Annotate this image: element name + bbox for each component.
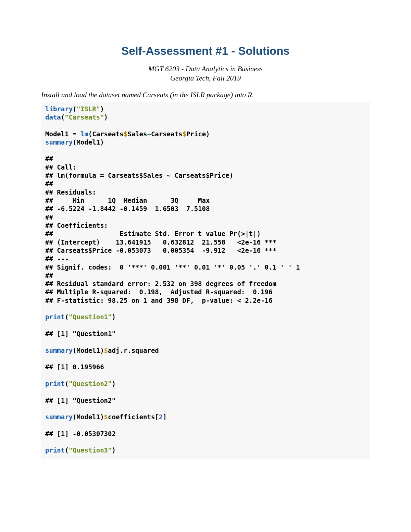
output-line: ## [1] 0.195966 xyxy=(45,363,104,371)
output-line: ## Coefficients: xyxy=(45,222,108,229)
paren: ( xyxy=(65,446,68,454)
output-line: ## xyxy=(45,213,53,221)
var-price: Price) xyxy=(186,130,210,138)
r-code-block: library("ISLR") data("Carseats") Model1 … xyxy=(41,102,370,459)
var-sales: Sales xyxy=(127,130,147,138)
r-fn-summary: summary xyxy=(45,138,73,146)
output-line: ## F-statistic: 98.25 on 1 and 398 DF, p… xyxy=(45,297,272,304)
output-line: ## xyxy=(45,155,53,162)
paren: ) xyxy=(100,105,104,113)
output-line: ## Carseats$Price -0.053073 0.005354 -9.… xyxy=(45,247,276,254)
r-fn-library: library xyxy=(45,105,73,113)
index-two: 2 xyxy=(159,413,163,421)
string-carseats: "Carseats" xyxy=(65,113,104,121)
paren: ) xyxy=(112,313,116,321)
string-islr: "ISLR" xyxy=(77,105,100,113)
output-line: ## Signif. codes: 0 '***' 0.001 '**' 0.0… xyxy=(45,263,300,271)
output-line: ## Residuals: xyxy=(45,188,96,196)
r-fn-print: print xyxy=(45,380,65,387)
summary-arg: (Model1) xyxy=(73,138,104,146)
r-fn-summary: summary xyxy=(45,413,73,421)
paren: ( xyxy=(65,313,68,321)
paren: ( xyxy=(73,105,76,113)
output-line: ## xyxy=(45,272,53,279)
string-q1: "Question1" xyxy=(69,313,112,321)
course-subtitle: MGT 6203 - Data Analytics in Business Ge… xyxy=(41,64,370,83)
r-fn-print: print xyxy=(45,313,65,321)
summary-arg: (Model1) xyxy=(73,413,104,421)
string-q2: "Question2" xyxy=(69,380,112,387)
output-line: ## xyxy=(45,180,53,187)
paren: ( xyxy=(65,380,68,387)
course-line: MGT 6203 - Data Analytics in Business xyxy=(148,65,263,73)
output-line: ## [1] "Question1" xyxy=(45,330,116,337)
instruction-text: Install and load the dataset named Carse… xyxy=(41,91,370,99)
output-line: ## (Intercept) 13.641915 0.632812 21.558… xyxy=(45,238,276,246)
r-fn-lm: lm xyxy=(80,130,88,138)
assign-model1: Model1 = xyxy=(45,130,80,138)
dollar-op: $ xyxy=(182,130,186,138)
adj-r-squared: adj.r.squared xyxy=(108,347,159,354)
output-line: ## Call: xyxy=(45,163,77,171)
output-line: ## -6.5224 -1.8442 -0.1459 1.6503 7.5108 xyxy=(45,205,214,212)
output-line: ## lm(formula = Carseats$Sales ~ Carseat… xyxy=(45,172,233,179)
output-line: ## --- xyxy=(45,255,69,262)
output-line: ## Min 1Q Median 3Q Max xyxy=(45,197,214,204)
page-title: Self-Assessment #1 - Solutions xyxy=(41,45,370,58)
dollar-op: $ xyxy=(104,413,108,421)
document-page: Self-Assessment #1 - Solutions MGT 6203 … xyxy=(0,0,411,487)
string-q3: "Question3" xyxy=(69,446,112,454)
r-fn-summary: summary xyxy=(45,347,73,354)
paren: ) xyxy=(112,380,116,387)
output-line: ## [1] "Question2" xyxy=(45,397,116,404)
output-line: ## Residual standard error: 2.532 on 398… xyxy=(45,280,276,287)
bracket-close: ] xyxy=(163,413,166,421)
paren: ) xyxy=(112,446,116,454)
tilde-op: ~ xyxy=(147,130,151,138)
r-fn-data: data xyxy=(45,113,61,121)
output-line: ## Multiple R-squared: 0.198, Adjusted R… xyxy=(45,288,276,296)
school-line: Georgia Tech, Fall 2019 xyxy=(170,74,241,82)
output-line: ## [1] -0.05307302 xyxy=(45,430,116,437)
dollar-op: $ xyxy=(104,347,108,354)
var-carseats: Carseats xyxy=(151,130,183,138)
paren: ) xyxy=(104,113,108,121)
coefficients: coefficients[ xyxy=(108,413,159,421)
summary-arg: (Model1) xyxy=(73,347,104,354)
paren: ( xyxy=(61,113,65,121)
output-line: ## Estimate Std. Error t value Pr(>|t|) xyxy=(45,230,276,237)
dollar-op: $ xyxy=(124,130,127,138)
r-fn-print: print xyxy=(45,446,65,454)
lm-arg: (Carseats xyxy=(88,130,124,138)
